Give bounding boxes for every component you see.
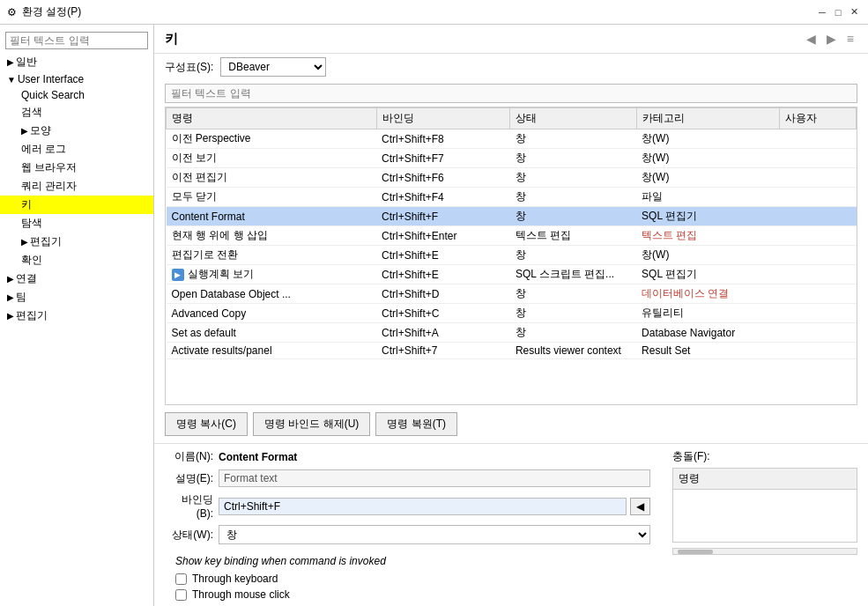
sidebar-filter-input[interactable] [5,32,148,49]
name-row: 이름(N): Content Format [165,449,664,464]
maximize-button[interactable]: □ [831,5,845,19]
cell-binding: Ctrl+Shift+E [376,265,510,285]
cell-user [780,207,857,226]
minimize-button[interactable]: ─ [815,5,829,19]
content-area: 키 ◀ ▶ ≡ 구성표(S): DBeaver 명령 바 [154,25,868,606]
binding-input[interactable] [219,498,627,515]
cell-binding: Ctrl+Shift+D [376,285,510,304]
table-row[interactable]: 이전 PerspectiveCtrl+Shift+F8창창(W) [167,129,857,149]
binding-action-button[interactable]: ◀ [630,498,650,515]
col-user[interactable]: 사용자 [780,108,857,129]
table-row[interactable]: Activate results/panelCtrl+Shift+7Result… [167,343,857,359]
sidebar-item-keys[interactable]: 키 [0,196,153,214]
cell-status: 창 [510,323,636,343]
cell-category: SQL 편집기 [636,265,780,285]
close-button[interactable]: ✕ [847,5,861,19]
sidebar-item-editors2[interactable]: ▶ 편집기 [0,307,153,325]
table-row[interactable]: ▶실행계획 보기Ctrl+Shift+ESQL 스크립트 편집...SQL 편집… [167,265,857,285]
profile-select[interactable]: DBeaver [220,57,326,77]
table-row[interactable]: 이전 편집기Ctrl+Shift+F6창창(W) [167,168,857,188]
col-status[interactable]: 상태 [510,108,636,129]
cell-binding: Ctrl+Shift+F6 [376,168,510,188]
col-binding[interactable]: 바인딩 [376,108,510,129]
conflicts-scrollbar[interactable] [672,548,857,555]
cell-status: Results viewer context [510,343,636,359]
filter-bar [154,80,868,107]
sidebar-item-query-manager[interactable]: 쿼리 관리자 [0,177,153,196]
nav-back-button[interactable]: ◀ [803,30,820,48]
sidebar-item-label: 편집기 [30,234,62,249]
nav-forward-button[interactable]: ▶ [823,30,840,48]
cell-category: Result Set [636,343,780,359]
name-value: Content Format [219,451,297,463]
cell-name: 이전 편집기 [172,171,227,183]
sidebar-item-label: 일반 [16,55,37,70]
sidebar: ▶ 일반 ▼ User Interface Quick Search 검색 ▶ … [0,25,154,606]
detail-main: 이름(N): Content Format 설명(E): 바인딩(B): ◀ [165,449,664,606]
cell-name: Activate results/panel [172,344,272,357]
table-row[interactable]: Advanced CopyCtrl+Shift+C창유틸리티 [167,304,857,323]
table-row[interactable]: 현재 행 위에 행 삽입Ctrl+Shift+Enter텍스트 편집텍스트 편집 [167,226,857,246]
cell-status: 텍스트 편집 [510,226,636,246]
cell-user [780,265,857,285]
nav-controls: ◀ ▶ ≡ [803,30,857,48]
desc-input[interactable] [219,469,650,487]
table-row[interactable]: 이전 보기Ctrl+Shift+F7창창(W) [167,149,857,168]
col-category[interactable]: 카테고리 [636,108,780,129]
table-row[interactable]: Content FormatCtrl+Shift+F창SQL 편집기 [167,207,857,226]
profile-row: 구성표(S): DBeaver [154,54,868,80]
content-header: 키 ◀ ▶ ≡ [154,25,868,54]
sidebar-item-confirm[interactable]: 확인 [0,251,153,270]
cell-status: SQL 스크립트 편집... [510,265,636,285]
table-row[interactable]: Set as defaultCtrl+Shift+A창Database Navi… [167,323,857,343]
mouse-checkbox[interactable] [175,589,187,601]
collapse-icon: ▶ [7,57,14,67]
sidebar-item-editors[interactable]: ▶ 편집기 [0,233,153,251]
sidebar-item-team[interactable]: ▶ 팀 [0,288,153,307]
cell-user [780,226,857,246]
cell-binding: Ctrl+Shift+F [376,207,510,226]
cell-status: 창 [510,207,636,226]
sidebar-item-web-browser[interactable]: 웹 브라우저 [0,159,153,177]
state-select[interactable]: 창 [219,525,650,544]
sidebar-item-general[interactable]: ▶ 일반 [0,53,153,71]
nav-menu-button[interactable]: ≡ [843,30,857,48]
col-name[interactable]: 명령 [167,108,377,129]
sidebar-item-search2[interactable]: 탐색 [0,214,153,233]
sidebar-item-label: 편집기 [16,308,48,323]
sidebar-item-error-log[interactable]: 에러 로그 [0,140,153,159]
keyboard-checkbox[interactable] [175,573,187,585]
cell-binding: Ctrl+Shift+F8 [376,129,510,149]
copy-command-button[interactable]: 명령 복사(C) [165,412,248,436]
collapse-icon: ▶ [21,237,28,247]
table-row[interactable]: 편집기로 전환Ctrl+Shift+E창창(W) [167,246,857,265]
unbind-command-button[interactable]: 명령 바인드 해제(U) [253,412,370,436]
mouse-label: Through mouse click [192,588,290,601]
keyboard-label: Through keyboard [192,573,278,585]
sidebar-item-appearance[interactable]: ▶ 모양 [0,122,153,140]
state-row: 상태(W): 창 [165,525,664,544]
restore-command-button[interactable]: 명령 복원(T) [375,412,457,436]
cell-user [780,304,857,323]
profile-label: 구성표(S): [165,60,213,75]
cell-name: 편집기로 전환 [172,248,238,261]
cell-name: Set as default [172,327,236,339]
sidebar-item-connections[interactable]: ▶ 연결 [0,270,153,288]
sidebar-item-search[interactable]: 검색 [0,103,153,122]
table-row[interactable]: 모두 닫기Ctrl+Shift+F4창파일 [167,188,857,207]
keys-table-container[interactable]: 명령 바인딩 상태 카테고리 사용자 이전 PerspectiveCtrl+Sh… [165,107,857,405]
table-filter-input[interactable] [165,84,857,103]
sidebar-item-quick-search[interactable]: Quick Search [0,87,153,103]
table-row[interactable]: Open Database Object ...Ctrl+Shift+D창데이터… [167,285,857,304]
sidebar-item-ui[interactable]: ▼ User Interface [0,71,153,87]
cell-binding: Ctrl+Shift+F4 [376,188,510,207]
binding-label: 바인딩(B): [165,492,213,520]
cell-user [780,149,857,168]
desc-label: 설명(E): [165,471,213,486]
cell-name: Content Format [172,211,245,223]
cell-status: 창 [510,129,636,149]
detail-section: 이름(N): Content Format 설명(E): 바인딩(B): ◀ [154,443,868,606]
cell-name: 모두 닫기 [172,190,217,203]
cell-user [780,188,857,207]
cell-user [780,168,857,188]
